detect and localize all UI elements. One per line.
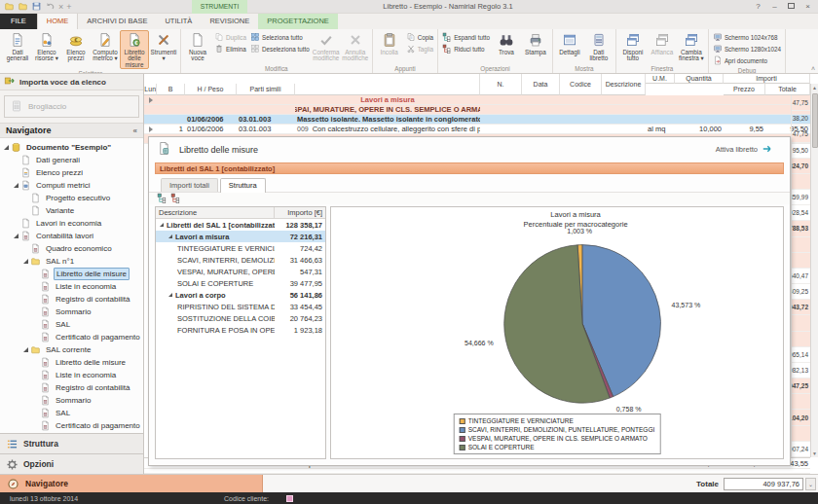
tree-expand-icon[interactable] — [23, 347, 28, 352]
tree-expand-icon[interactable] — [14, 183, 19, 188]
collapse-tree-icon[interactable] — [170, 193, 181, 205]
table-row[interactable] — [144, 469, 810, 474]
help-button[interactable]: ? — [750, 0, 766, 14]
tree-item-contabilit-lavori[interactable]: Contabilità lavori — [0, 230, 143, 242]
trova-button[interactable]: Trova — [492, 30, 521, 64]
tab-home[interactable]: HOME — [37, 13, 79, 29]
col-n[interactable]: N. — [480, 74, 522, 95]
col-descrizione[interactable]: Descrizione — [602, 74, 646, 95]
conferma-modifiche-button[interactable]: Conferma modifiche — [312, 30, 341, 64]
open-folder-icon[interactable] — [18, 1, 28, 12]
computo-metrico-button[interactable]: Computo metrico ▾ — [91, 30, 120, 69]
col-data[interactable]: Data — [522, 74, 560, 95]
tree-item-libretto-delle-misure[interactable]: Libretto delle misure — [0, 268, 143, 280]
table-row[interactable]: 01/06/200603.01.003Massetto isolante. Ma… — [144, 115, 810, 125]
attiva-libretto-link[interactable]: Attiva libretto — [716, 143, 782, 157]
tab-file[interactable]: FILE — [0, 14, 37, 29]
table-row[interactable]: Lavori a misura — [144, 95, 810, 105]
col-b[interactable]: B — [157, 84, 185, 95]
tree-expand-icon[interactable] — [4, 145, 9, 150]
affianca-button[interactable]: Affianca — [648, 30, 677, 64]
import-voce-button[interactable]: Importa voce da elenco — [0, 74, 143, 90]
list-expand-icon[interactable] — [168, 293, 172, 297]
tree-item-libretto-delle-misure[interactable]: Libretto delle misure — [0, 356, 143, 369]
tree-item-variante[interactable]: Variante — [0, 204, 143, 217]
list-expand-icon[interactable] — [168, 234, 172, 238]
col-codice[interactable]: Codice — [560, 74, 602, 95]
tree-item-liste-in-economia[interactable]: Liste in economia — [0, 280, 143, 293]
structure-row-vespai-murature-opere-in-cls[interactable]: VESPAI, MURATURE, OPERE IN CLS.547,31 — [156, 266, 325, 277]
tree-item-documento-esempio[interactable]: Documento "Esempio" — [0, 141, 143, 154]
tree-item-elenco-prezzi[interactable]: Elenco prezzi — [0, 166, 143, 179]
tree-item-lavori-in-economia[interactable]: Lavori in economia — [0, 217, 143, 230]
structure-row-scavi-rinterri-demolizioni-pu[interactable]: SCAVI, RINTERRI, DEMOLIZIONI, PU31 466,6… — [156, 254, 325, 266]
tree-item-quadro-economico[interactable]: Quadro economico — [0, 242, 143, 255]
annulla-modifiche-button[interactable]: Annulla modifiche — [341, 30, 370, 64]
structure-row-lavori-a-misura[interactable]: Lavori a misura72 216,31 — [156, 231, 325, 242]
expand-totale-icon[interactable]: ⌄ — [805, 478, 816, 490]
structure-row-ripristino-del-sistema-di-aperti[interactable]: RIPRISTINO DEL SISTEMA DI APERTI.33 454,… — [156, 301, 325, 312]
tree-item-certificato-di-pagamento[interactable]: Certificato di pagamento — [0, 331, 143, 343]
copia-button[interactable]: Copia — [404, 31, 435, 43]
collapse-sidebar-icon[interactable]: « — [133, 126, 137, 135]
collapse-ribbon-icon[interactable]: ˄ — [811, 65, 815, 72]
tree-item-sal-n-1[interactable]: SAL n°1 — [0, 255, 143, 268]
dettagli-button[interactable]: Dettagli — [555, 30, 584, 64]
tab-archivi-di-base[interactable]: ARCHIVI DI BASE — [78, 14, 156, 29]
tree-item-certificato-di-pagamento[interactable]: Certificato di pagamento — [0, 419, 143, 432]
navigatore-bottom-tab[interactable]: Navigatore — [0, 475, 263, 492]
scrollbar-thumb[interactable] — [812, 93, 818, 148]
stampa-button[interactable]: Stampa — [521, 30, 550, 64]
structure-row-lavori-a-corpo[interactable]: Lavori a corpo56 141,86 — [156, 289, 325, 301]
list-expand-icon[interactable] — [160, 223, 164, 227]
tab-importi-totali[interactable]: Importi totali — [161, 178, 218, 192]
strumenti-button[interactable]: Strumenti ▾ — [149, 30, 178, 69]
tree-item-sommario[interactable]: Sommario — [0, 306, 143, 318]
disponi-tutto-button[interactable]: Disponi tutto — [618, 30, 648, 64]
save-icon[interactable] — [31, 1, 42, 12]
tree-expand-icon[interactable] — [14, 234, 19, 238]
nuova-voce-button[interactable]: Nuova voce — [183, 30, 212, 64]
col-quantita[interactable]: Quantità — [675, 74, 724, 84]
tab-struttura[interactable]: Struttura — [220, 178, 266, 193]
expand-tree-icon[interactable] — [157, 193, 167, 205]
dati-generali-button[interactable]: Dati generali — [3, 30, 32, 69]
libretto-delle-misure-button[interactable]: €Libretto delle misure — [120, 30, 149, 69]
schermo-1280x1024-button[interactable]: Schermo 1280x1024 — [711, 43, 783, 54]
structure-row-tinteggiature-e-verniciature[interactable]: TINTEGGIATURE E VERNICIATURE724,42 — [156, 242, 325, 254]
scroll-down-icon[interactable]: ▼ — [812, 450, 817, 457]
schermo-1024x768-button[interactable]: Schermo 1024x768 — [711, 31, 783, 43]
duplica-button[interactable]: Duplica — [212, 31, 248, 43]
col-um[interactable]: U.M. — [646, 74, 675, 84]
structure-row-solai-e-coperture[interactable]: SOLAI E COPERTURE39 477,95 — [156, 277, 325, 289]
tree-item-sal[interactable]: SAL — [0, 407, 143, 419]
tree-item-progetto-esecutivo[interactable]: Progetto esecutivo — [0, 192, 143, 204]
espandi-tutto-button[interactable]: Espandi tutto — [440, 31, 492, 43]
tree-item-computi-metrici[interactable]: Computi metrici — [0, 179, 143, 192]
struttura-panel-button[interactable]: Struttura — [0, 433, 143, 453]
qat-customize-icon[interactable]: + — [66, 2, 71, 12]
tree-item-registro-di-contabilit[interactable]: Registro di contabilità — [0, 381, 143, 394]
close-button[interactable]: × — [799, 0, 816, 14]
incolla-button[interactable]: Incolla — [375, 30, 404, 64]
structure-row-fornitura-e-posa-in-opera-di-ma[interactable]: FORNITURA E POSA IN OPERA DI MA1 923,18 — [156, 324, 325, 336]
col-prezzo[interactable]: Prezzo — [724, 84, 765, 95]
tree-item-sal-corrente[interactable]: SAL corrente — [0, 343, 143, 356]
seleziona-tutto-button[interactable]: Seleziona tutto — [248, 31, 312, 43]
tree-item-dati-generali[interactable]: Dati generali — [0, 154, 143, 166]
table-row[interactable]: VESPAI, MURATURE, OPERE IN CLS. SEMPLICE… — [144, 105, 810, 115]
riduci-tutto-button[interactable]: Riduci tutto — [440, 43, 492, 54]
elimina-button[interactable]: Elimina — [212, 43, 248, 54]
dati-libretto-button[interactable]: Dati libretto — [584, 30, 614, 64]
deseleziona-tutto-button[interactable]: Deseleziona tutto — [248, 43, 312, 54]
structure-row-sostituzione-della-coibentazio[interactable]: SOSTITUZIONE DELLA COIBENTAZIO20 764,23 — [156, 312, 325, 324]
restore-button[interactable] — [783, 0, 799, 14]
cambia-finestra-button[interactable]: Cambia finestra ▾ — [677, 30, 706, 64]
tree-item-liste-in-economia[interactable]: Liste in economia — [0, 369, 143, 381]
close-document-icon[interactable]: × — [58, 2, 63, 12]
tree-expand-icon[interactable] — [23, 259, 28, 264]
tree-item-registro-di-contabilit[interactable]: Registro di contabilità — [0, 293, 143, 306]
col-parti-simili[interactable]: Parti simili — [237, 84, 295, 95]
table-row[interactable]: 101/06/200603.01.003009Con calcestruzzo … — [144, 125, 810, 134]
elenco-prezzi-button[interactable]: €Elenco prezzi — [61, 30, 91, 69]
